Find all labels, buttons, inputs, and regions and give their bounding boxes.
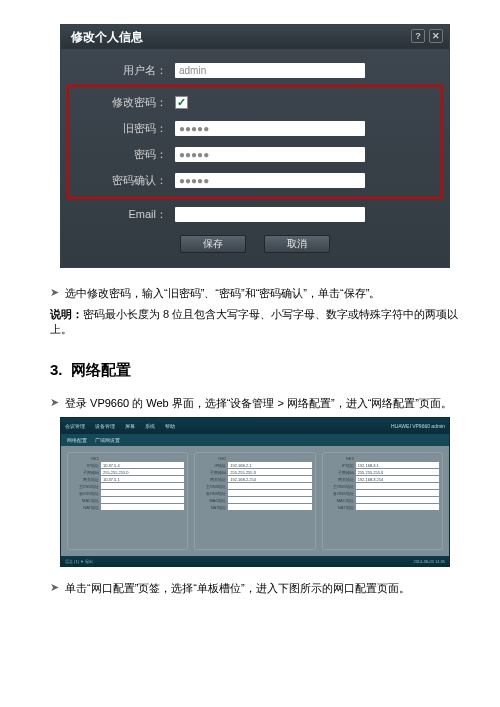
nav-item[interactable]: 设备管理 (95, 423, 115, 429)
field-label: MAC地址 (326, 498, 354, 503)
field-input[interactable] (228, 497, 311, 503)
help-icon[interactable]: ? (411, 29, 425, 43)
net-footer: 语言 (1) ▼ 退出 2014-08-05 14:35 (61, 556, 449, 566)
email-label: Email： (75, 207, 175, 222)
net-field-row: IP地址192.168.2.1 (198, 462, 311, 468)
field-label: NAT地址 (71, 505, 99, 510)
field-input[interactable]: 192.168.3.1 (356, 462, 439, 468)
step-1-text: 选中修改密码，输入“旧密码”、“密码”和“密码确认”，单击“保存”。 (65, 286, 380, 301)
change-password-checkbox[interactable] (175, 96, 188, 109)
net-field-row: IP地址10.37.5.4 (71, 462, 184, 468)
password-label: 密码： (75, 147, 175, 162)
dialog-titlebar: 修改个人信息 ? ✕ (61, 25, 449, 49)
field-input[interactable]: 192.168.3.254 (356, 476, 439, 482)
field-label: 子网掩码 (198, 470, 226, 475)
field-input[interactable]: 192.168.2.1 (228, 462, 311, 468)
field-label: 子网掩码 (326, 470, 354, 475)
field-label: 网关地址 (326, 477, 354, 482)
net-field-row: 主DNS地址 (326, 483, 439, 489)
net-port-column: GE2IP地址192.168.2.1子网掩码255.255.255.0网关地址1… (194, 452, 315, 550)
port-name: GE3 (326, 456, 354, 461)
net-field-row: 子网掩码255.255.255.0 (71, 469, 184, 475)
chevron-right-icon: ➤ (50, 581, 59, 596)
nav-item[interactable]: 屏幕 (125, 423, 135, 429)
field-input[interactable]: 255.255.255.0 (101, 469, 184, 475)
password-confirm-label: 密码确认： (75, 173, 175, 188)
chevron-right-icon: ➤ (50, 396, 59, 411)
close-icon[interactable]: ✕ (429, 29, 443, 43)
field-input[interactable] (228, 504, 311, 510)
heading-number: 3. (50, 361, 63, 378)
port-name: GE2 (198, 456, 226, 461)
field-input[interactable]: 255.255.255.0 (228, 469, 311, 475)
field-input[interactable]: 10.37.5.4 (101, 462, 184, 468)
field-input[interactable] (101, 497, 184, 503)
field-input[interactable] (356, 497, 439, 503)
section-3-heading: 3. 网络配置 (50, 361, 460, 380)
field-label: 备DNS地址 (71, 491, 99, 496)
field-input[interactable] (356, 490, 439, 496)
nav-item[interactable]: 系统 (145, 423, 155, 429)
nav-item[interactable]: 会议管理 (65, 423, 85, 429)
net-field-row: MAC地址 (71, 497, 184, 503)
net-field-row: NAT地址 (326, 504, 439, 510)
field-label: 备DNS地址 (326, 491, 354, 496)
nav-item[interactable]: 帮助 (165, 423, 175, 429)
titlebar-icons: ? ✕ (411, 29, 443, 43)
field-input[interactable] (356, 483, 439, 489)
field-label: IP地址 (326, 463, 354, 468)
old-password-label: 旧密码： (75, 121, 175, 136)
field-label: NAT地址 (326, 505, 354, 510)
net-port-column: GE1IP地址10.37.5.4子网掩码255.255.255.0网关地址10.… (67, 452, 188, 550)
dialog-button-row: 保存 取消 (75, 235, 435, 253)
net-field-row: IP地址192.168.3.1 (326, 462, 439, 468)
field-input[interactable] (101, 483, 184, 489)
password-input[interactable]: ●●●●● (175, 147, 365, 162)
field-input[interactable]: 10.37.5.1 (101, 476, 184, 482)
step-2-text: 登录 VP9660 的 Web 界面，选择“设备管理 > 网络配置”，进入“网络… (65, 396, 452, 411)
save-button[interactable]: 保存 (180, 235, 246, 253)
old-password-input[interactable]: ●●●●● (175, 121, 365, 136)
field-label: 主DNS地址 (326, 484, 354, 489)
tab-wan-settings[interactable]: 广域网设置 (95, 437, 120, 443)
field-label: MAC地址 (198, 498, 226, 503)
field-input[interactable] (228, 483, 311, 489)
field-label: 子网掩码 (71, 470, 99, 475)
net-field-row: 备DNS地址 (326, 490, 439, 496)
net-field-row: 网关地址10.37.5.1 (71, 476, 184, 482)
heading-text: 网络配置 (71, 361, 131, 378)
field-input[interactable]: 192.168.2.254 (228, 476, 311, 482)
field-label: 主DNS地址 (71, 484, 99, 489)
footer-left[interactable]: 语言 (1) ▼ 退出 (65, 559, 93, 564)
password-confirm-input[interactable]: ●●●●● (175, 173, 365, 188)
field-label: MAC地址 (71, 498, 99, 503)
field-input[interactable] (101, 490, 184, 496)
net-tab-row: 网络配置 广域网设置 (61, 434, 449, 446)
field-input[interactable] (101, 504, 184, 510)
net-field-row: 主DNS地址 (71, 483, 184, 489)
net-field-row: 主DNS地址 (198, 483, 311, 489)
tab-network-config[interactable]: 网络配置 (67, 437, 87, 443)
network-config-screenshot: 会议管理 设备管理 屏幕 系统 帮助 HUAWEI VP9660 admin 网… (60, 417, 450, 567)
field-label: NAT地址 (198, 505, 226, 510)
net-field-row: MAC地址 (326, 497, 439, 503)
step-3-text: 单击“网口配置”页签，选择“单板槽位”，进入下图所示的网口配置页面。 (65, 581, 410, 596)
net-field-row: 备DNS地址 (71, 490, 184, 496)
net-field-row: 网关地址192.168.2.254 (198, 476, 311, 482)
password-highlight-box: 修改密码： 旧密码： ●●●●● 密码： ●●●●● 密码确认： ●●●●● (67, 85, 443, 199)
field-input[interactable] (356, 504, 439, 510)
step-3: ➤ 单击“网口配置”页签，选择“单板槽位”，进入下图所示的网口配置页面。 (50, 581, 460, 596)
modify-personal-info-dialog: 修改个人信息 ? ✕ 用户名： admin 修改密码： 旧密码： ●●●●● 密… (60, 24, 450, 268)
username-input[interactable]: admin (175, 63, 365, 78)
field-label: 主DNS地址 (198, 484, 226, 489)
email-input[interactable] (175, 207, 365, 222)
note-text: 密码最小长度为 8 位且包含大写字母、小写字母、数字或特殊字符中的两项以上。 (50, 308, 458, 335)
device-user-label: HUAWEI VP9660 admin (391, 423, 445, 429)
field-input[interactable] (228, 490, 311, 496)
step-2: ➤ 登录 VP9660 的 Web 界面，选择“设备管理 > 网络配置”，进入“… (50, 396, 460, 411)
cancel-button[interactable]: 取消 (264, 235, 330, 253)
field-input[interactable]: 255.255.255.0 (356, 469, 439, 475)
password-note: 说明：密码最小长度为 8 位且包含大写字母、小写字母、数字或特殊字符中的两项以上… (50, 307, 460, 337)
net-port-column: GE3IP地址192.168.3.1子网掩码255.255.255.0网关地址1… (322, 452, 443, 550)
dialog-body: 用户名： admin 修改密码： 旧密码： ●●●●● 密码： ●●●●● 密码… (61, 49, 449, 267)
